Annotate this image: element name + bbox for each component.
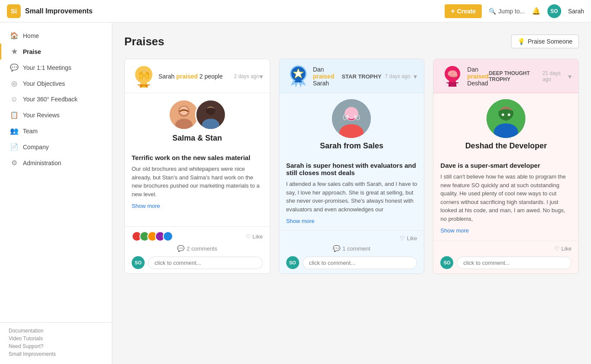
- card-2-avatar-group: [279, 93, 424, 141]
- sidebar-item-home[interactable]: 🏠 Home: [0, 28, 112, 44]
- notifications-icon[interactable]: 🔔: [532, 7, 540, 15]
- card-3-header-left: 🧠: [440, 64, 465, 88]
- star-icon: ★: [10, 47, 19, 56]
- like-label-1: Like: [253, 233, 263, 240]
- card-2-text: I attended a few sales calls with Sarah,…: [286, 180, 417, 213]
- create-button[interactable]: Create: [445, 4, 482, 18]
- card-2-title: Sarah is super honest with evaluators an…: [286, 162, 417, 176]
- sidebar-item-reviews[interactable]: 📋 Your Reviews: [0, 107, 112, 123]
- nav-left: Si Small Improvements: [7, 4, 93, 18]
- card-2-footer: ♡ Like 💬 1 comment SO: [279, 230, 424, 273]
- card-2-comment-input[interactable]: [303, 257, 417, 269]
- sidebar-label-praise: Praise: [23, 48, 41, 55]
- card-2-header-right: STAR TROPHY 7 days ago ▾: [341, 72, 417, 81]
- bubble-icon-2: 💬: [333, 245, 340, 252]
- avatar-sarah: [332, 99, 371, 138]
- svg-point-36: [508, 113, 510, 116]
- praise-card-1: 🙌 Sarah praised 2 pe: [124, 59, 270, 274]
- jump-to-button[interactable]: 🔍 Jump to...: [489, 8, 525, 15]
- card-3-show-more[interactable]: Show more: [440, 227, 469, 234]
- card-2-actor[interactable]: Dan: [313, 66, 324, 73]
- sidebar-item-360feedback[interactable]: ☺ Your 360° Feedback: [0, 91, 112, 107]
- card-3-chevron[interactable]: ▾: [568, 72, 572, 81]
- card-2-header-left: [286, 64, 310, 88]
- card-2-comments-label[interactable]: 1 comment: [342, 245, 370, 252]
- card-1-reaction-avatars: [132, 231, 173, 242]
- card-1-footer: ♡ Like 💬 2 comments SO: [125, 226, 270, 273]
- sidebar-item-administration[interactable]: ⚙ Administration: [0, 155, 112, 171]
- search-icon: 🔍: [489, 8, 496, 15]
- docs-link[interactable]: Documentation: [9, 328, 103, 334]
- main-content: Praises 💡 Praise Someone 🙌: [112, 22, 591, 364]
- card-3-actor[interactable]: Dan: [467, 66, 478, 73]
- card-3-praised-word: praised: [467, 73, 489, 80]
- card-1-chevron[interactable]: ▾: [259, 72, 263, 81]
- sidebar-item-company[interactable]: 📄 Company: [0, 139, 112, 155]
- card-2-praised-word: praised: [313, 73, 335, 80]
- like-label-3: Like: [561, 245, 572, 252]
- sidebar-item-praise[interactable]: ★ Praise: [0, 44, 112, 60]
- card-1-commenter-avatar: SO: [132, 256, 145, 269]
- target-icon: ◎: [10, 79, 19, 88]
- sidebar-label-home: Home: [23, 32, 39, 39]
- jump-to-label: Jump to...: [498, 8, 525, 15]
- support-link[interactable]: Need Support?: [9, 343, 103, 349]
- sidebar-label-objectives: Your Objectives: [23, 80, 65, 87]
- logo-badge: Si: [7, 4, 21, 18]
- card-3-recipient-link[interactable]: Deshad: [467, 80, 488, 87]
- praise-someone-button[interactable]: 💡 Praise Someone: [511, 35, 579, 48]
- card-1-comments-label[interactable]: 2 comments: [186, 245, 217, 252]
- card-1-actor[interactable]: Sarah: [158, 73, 174, 80]
- card-1-header-text: Sarah praised 2 people: [158, 73, 234, 80]
- card-3-text: I still can't believe how he was able to…: [440, 173, 572, 223]
- heart-icon-3: ♡: [554, 245, 559, 252]
- card-1-recipient-link[interactable]: 2 people: [199, 73, 223, 80]
- card-3-header-text: Dan praised Deshad: [467, 66, 489, 87]
- sidebar-label-360feedback: Your 360° Feedback: [23, 96, 78, 103]
- heart-icon-1: ♡: [246, 233, 251, 240]
- card-1-avatar-group: [125, 93, 270, 134]
- user-avatar: SO: [547, 4, 561, 18]
- card-3-like-button[interactable]: ♡ Like: [554, 245, 572, 252]
- card-3-commenter-avatar: SO: [440, 256, 453, 269]
- reactor-5: [163, 231, 173, 242]
- chat-icon: 💬: [10, 63, 19, 72]
- card-1-show-more[interactable]: Show more: [132, 203, 160, 209]
- card-3-header: 🧠 Dan praised Deshad D: [433, 59, 578, 93]
- card-2-like-button[interactable]: ♡ Like: [400, 235, 417, 242]
- sidebar-item-team[interactable]: 👥 Team: [0, 123, 112, 139]
- card-2-header: Dan praised Sarah STAR TROPHY 7 days ago…: [279, 59, 424, 93]
- card-1-header-left: 🙌: [132, 64, 156, 88]
- card-2-recipient-link[interactable]: Sarah: [313, 80, 329, 87]
- card-2-show-more[interactable]: Show more: [286, 218, 315, 224]
- card-2-recipient-name: Sarah from Sales: [279, 141, 424, 151]
- sidebar-label-11meetings: Your 1:1 Meetings: [23, 64, 71, 71]
- card-3-avatar-group: [433, 93, 578, 141]
- praise-card-2: Dan praised Sarah STAR TROPHY 7 days ago…: [279, 59, 425, 274]
- card-2-chevron[interactable]: ▾: [414, 72, 417, 81]
- sidebar-label-reviews: Your Reviews: [23, 112, 60, 119]
- card-3-comment-row: SO: [440, 256, 572, 269]
- card-3-comment-input[interactable]: [457, 257, 572, 269]
- tutorials-link[interactable]: Video Tutorials: [9, 336, 103, 342]
- sidebar-label-administration: Administration: [23, 160, 61, 166]
- svg-rect-2: [140, 82, 147, 85]
- svg-text:🧠: 🧠: [447, 69, 458, 79]
- card-1-likes-row: ♡ Like: [132, 231, 263, 242]
- card-2-commenter-avatar: SO: [286, 256, 299, 269]
- sidebar-item-objectives[interactable]: ◎ Your Objectives: [0, 75, 112, 91]
- app-name: Small Improvements: [25, 7, 93, 15]
- brand-link[interactable]: Small Improvements: [9, 351, 103, 357]
- svg-text:🙌: 🙌: [138, 69, 150, 81]
- card-1-like-button[interactable]: ♡ Like: [246, 233, 263, 240]
- user-name[interactable]: Sarah: [568, 8, 584, 15]
- svg-rect-17: [295, 81, 302, 82]
- nav-right: Create 🔍 Jump to... 🔔 SO Sarah: [445, 4, 584, 18]
- card-1-comment-input[interactable]: [148, 257, 263, 269]
- card-2-likes-row: ♡ Like: [286, 235, 417, 242]
- sidebar-item-11meetings[interactable]: 💬 Your 1:1 Meetings: [0, 60, 112, 75]
- svg-rect-27: [449, 81, 456, 82]
- avatar-deshad: [487, 99, 525, 138]
- card-1-header: 🙌 Sarah praised 2 pe: [125, 59, 270, 93]
- card-1-recipient-name: Salma & Stan: [125, 134, 270, 143]
